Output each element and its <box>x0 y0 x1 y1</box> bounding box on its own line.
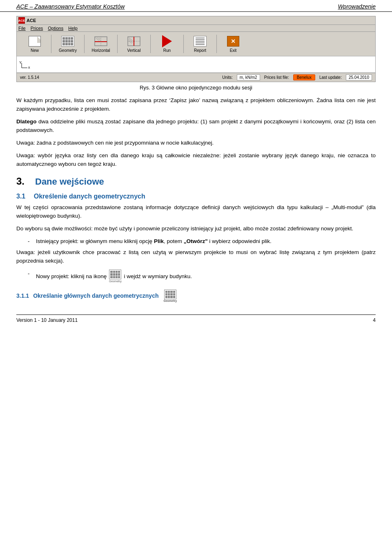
list-bullet-1: - <box>28 237 33 246</box>
page-content: ACE ACE File Prices Options Help New <box>0 16 392 302</box>
svg-text:x: x <box>28 65 30 69</box>
exit-icon: ✕ <box>226 35 241 47</box>
app-statusbar: ver. 1.5.14 Units: m, kN/m2 Prices list … <box>17 73 375 82</box>
toolbar-sep-4 <box>150 35 151 53</box>
body-para-5: W tej części opracowania przedstawione z… <box>16 203 376 221</box>
body-para-7: Uwaga: jeżeli użytkownik chce pracować z… <box>16 248 376 265</box>
toolbar-geometry-label: Geometry <box>59 48 77 53</box>
toolbar-new-label: New <box>31 48 39 53</box>
menu-prices[interactable]: Prices <box>31 26 43 31</box>
status-update-label: Last update: <box>319 75 342 80</box>
app-canvas: Y x <box>17 56 375 73</box>
report-icon <box>193 35 207 47</box>
section-3-1-number: 3.1 <box>16 193 25 200</box>
list-item-1-text: Istniejący projekt: w głównym menu klikn… <box>36 237 272 246</box>
app-logo: ACE <box>18 17 25 24</box>
body-para-1: W każdym przypadku, lista cen musi zosta… <box>16 96 376 114</box>
toolbar-exit-button[interactable]: ✕ Exit <box>218 33 248 54</box>
app-screenshot: ACE ACE File Prices Options Help New <box>16 16 376 82</box>
toolbar-vertical-label: Vertical <box>127 48 141 53</box>
list-item-2: - Nowy projekt: kliknij na ikonę Geometr… <box>28 270 376 284</box>
svg-line-4 <box>97 38 100 41</box>
list-item-1: - Istniejący projekt: w głównym menu kli… <box>28 237 376 246</box>
body-para-6: Do wyboru są dwie możliwości: może być u… <box>16 225 376 233</box>
section-3-1-1-title: Określanie głównych danych geometrycznyc… <box>33 292 158 299</box>
status-update-value: 25.04.2010 <box>346 74 372 80</box>
list-bullet-2: - <box>28 270 33 284</box>
section-3-title: Dane wejściowe <box>35 176 104 187</box>
status-version: ver. 1.5.14 <box>20 75 39 80</box>
screenshot-caption: Rys. 3 Główne okno pojedynczego modułu s… <box>16 85 376 91</box>
page-header: ACE – Zaawansowany Estymator Kosztów Wpr… <box>0 0 392 12</box>
list-item-2-text: Nowy projekt: kliknij na ikonę Geometry … <box>36 270 192 284</box>
geometry-icon <box>60 35 75 47</box>
toolbar-run-label: Run <box>163 48 171 53</box>
section-geometry-icon: Geometry <box>163 290 177 302</box>
header-right: Wprowadzenie <box>338 3 376 10</box>
body-para-4: Uwaga: wybór języka oraz listy cen dla d… <box>16 152 376 169</box>
menu-help[interactable]: Help <box>68 26 78 31</box>
toolbar-report-label: Report <box>194 48 206 53</box>
inline-geometry-icon: Geometry <box>109 270 122 284</box>
status-prices-label: Prices list file: <box>264 75 289 80</box>
toolbar-exit-label: Exit <box>230 48 237 53</box>
toolbar-geometry-button[interactable]: Geometry <box>53 33 82 54</box>
svg-line-9 <box>129 38 133 41</box>
horizontal-icon <box>94 35 108 47</box>
status-units-value: m, kN/m2 <box>237 74 260 80</box>
status-units-label: Units: <box>222 75 233 80</box>
toolbar-sep-3 <box>117 35 118 53</box>
toolbar-report-button[interactable]: Report <box>185 33 215 54</box>
svg-text:Y: Y <box>19 60 22 65</box>
app-title: ACE <box>27 18 36 23</box>
section-3-heading: 3. Dane wejściowe <box>16 176 376 187</box>
section-3-1-1-number: 3.1.1 <box>16 292 29 299</box>
page-footer: Version 1 - 10 January 2011 4 <box>16 314 376 323</box>
vertical-icon <box>127 35 141 47</box>
menu-options[interactable]: Options <box>48 26 63 31</box>
new-icon <box>27 35 42 47</box>
section-3-1-1-heading: 3.1.1 Określanie głównych danych geometr… <box>16 290 376 302</box>
header-left: ACE – Zaawansowany Estymator Kosztów <box>16 3 125 10</box>
svg-line-10 <box>129 39 133 42</box>
app-toolbar: New Geometry <box>17 32 375 56</box>
body-para-2: Dlatego dwa oddzielne pliki muszą zostać… <box>16 118 376 135</box>
section-3-1-heading: 3.1 Określenie danych geometrycznych <box>16 193 376 200</box>
toolbar-sep-5 <box>183 35 184 53</box>
app-menubar: File Prices Options Help <box>17 25 375 32</box>
footer-right: 4 <box>373 317 376 323</box>
svg-line-3 <box>96 38 99 41</box>
toolbar-sep-2 <box>84 35 85 53</box>
toolbar-horizontal-label: Horizontal <box>91 48 110 53</box>
axis-indicator: Y x <box>18 60 31 70</box>
toolbar-sep-1 <box>51 35 51 53</box>
footer-left: Version 1 - 10 January 2011 <box>16 317 78 323</box>
toolbar-sep-6 <box>216 35 217 53</box>
body-para-3: Uwaga: żadna z podstawowych cen nie jest… <box>16 139 376 147</box>
section-3-number: 3. <box>16 176 29 187</box>
menu-file[interactable]: File <box>18 26 26 31</box>
svg-line-5 <box>99 38 100 39</box>
app-titlebar: ACE ACE <box>17 16 375 25</box>
toolbar-vertical-button[interactable]: Vertical <box>119 33 149 54</box>
section-3-1-title: Określenie danych geometrycznych <box>34 193 145 200</box>
run-icon <box>160 35 174 47</box>
toolbar-new-button[interactable]: New <box>20 33 49 54</box>
status-prices-file: Benelux <box>293 74 315 80</box>
toolbar-run-button[interactable]: Run <box>152 33 182 54</box>
toolbar-horizontal-button[interactable]: Horizontal <box>86 33 116 54</box>
